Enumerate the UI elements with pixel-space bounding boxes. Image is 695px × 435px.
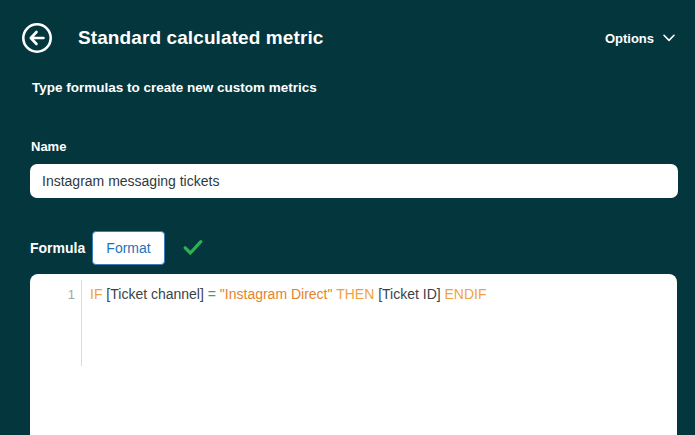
formula-valid-check-icon (183, 239, 203, 256)
options-label: Options (605, 31, 654, 46)
line-number-gutter: 1 (30, 280, 82, 366)
formula-token-keyword: IF (90, 286, 102, 302)
back-button[interactable] (21, 22, 53, 54)
formula-token-string: "Instagram Direct" (220, 286, 333, 302)
arrow-left-circle-icon (21, 22, 53, 54)
options-menu-button[interactable]: Options (605, 29, 675, 47)
name-label: Name (31, 139, 66, 154)
formula-token-operator: = (208, 286, 216, 302)
formula-token-keyword: THEN (336, 286, 374, 302)
formula-token-keyword: ENDIF (445, 286, 487, 302)
formula-editor[interactable]: 1 IF [Ticket channel] = "Instagram Direc… (30, 274, 677, 435)
formula-label: Formula (30, 240, 85, 256)
line-number: 1 (68, 287, 75, 302)
formula-token-field: [Ticket channel] (102, 286, 207, 302)
formula-token-field: [Ticket ID] (374, 286, 444, 302)
calculated-metric-page: Standard calculated metric Options Type … (0, 0, 695, 435)
page-description: Type formulas to create new custom metri… (32, 80, 317, 95)
chevron-down-icon (663, 34, 675, 42)
metric-name-input[interactable] (30, 164, 678, 198)
formula-code-line: IF [Ticket channel] = "Instagram Direct"… (90, 286, 487, 302)
format-button[interactable]: Format (92, 231, 165, 265)
page-title: Standard calculated metric (78, 27, 323, 49)
